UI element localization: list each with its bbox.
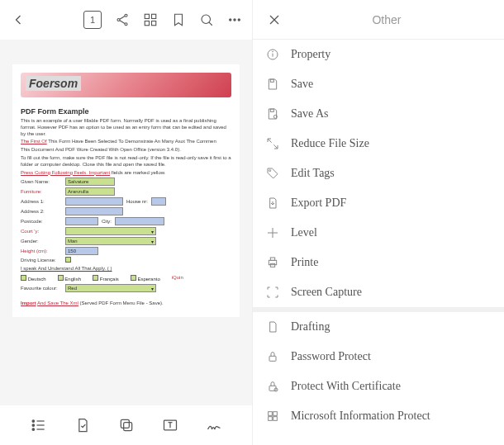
banner-title: Foersom [26, 76, 81, 91]
address1-label: Address 1: [21, 199, 62, 204]
menu-screen-capture[interactable]: Screen Capture [253, 277, 504, 307]
compress-icon [266, 137, 279, 150]
share-icon[interactable] [115, 12, 130, 27]
svg-point-12 [234, 19, 235, 21]
doc-heading: PDF Form Example [21, 107, 231, 116]
menu-ms-protect[interactable]: Microsoft Information Protect [253, 401, 504, 431]
lock-icon [266, 350, 279, 363]
save-icon [266, 78, 279, 91]
svg-rect-46 [269, 417, 273, 421]
ms-grid-icon [266, 409, 279, 423]
grid-icon[interactable] [143, 12, 158, 27]
menu-level[interactable]: Level [253, 218, 504, 248]
textbox-icon[interactable] [162, 417, 178, 433]
svg-point-35 [269, 170, 271, 172]
copy-icon[interactable] [118, 417, 135, 433]
postcode-label: Postcode: [21, 219, 62, 224]
svg-rect-40 [270, 263, 274, 267]
svg-line-4 [120, 21, 125, 24]
menu-edit-tags[interactable]: Edit Tags [253, 159, 504, 188]
city-field[interactable] [115, 217, 164, 225]
doc-p5: Press Cutting Following Feels. Important… [21, 170, 231, 177]
menu-list: Property Save Save As Reduce File Size E… [253, 40, 504, 445]
menu-cert-protect[interactable]: Protect With Certificate [253, 372, 504, 401]
chk-esperanto[interactable] [131, 275, 136, 281]
svg-rect-6 [152, 14, 156, 18]
left-topbar: 1 [0, 0, 252, 40]
driving-checkbox[interactable] [65, 257, 71, 263]
tag-icon [266, 167, 279, 180]
svg-point-1 [117, 19, 120, 21]
save-as-icon [266, 107, 279, 121]
height-field[interactable]: 150 [65, 247, 98, 255]
menu-password-protect[interactable]: Password Protect [253, 342, 504, 372]
given-name-field[interactable]: Salvatore [65, 178, 115, 186]
doc-footer: Import And Save The Xml (Served PDF Form… [21, 301, 231, 307]
print-icon [266, 256, 279, 269]
address1-field[interactable] [65, 197, 123, 206]
signature-icon[interactable] [206, 417, 222, 433]
certificate-icon [266, 380, 279, 393]
svg-point-2 [125, 23, 127, 26]
svg-rect-45 [273, 412, 278, 416]
info-icon [266, 48, 279, 61]
doc-p2: The First Of This Form Have Been Selecte… [21, 139, 231, 145]
chk-deutsch[interactable] [21, 275, 26, 281]
svg-line-3 [120, 17, 125, 20]
file-check-icon[interactable] [74, 417, 91, 433]
draft-icon [266, 320, 279, 334]
export-icon [266, 196, 279, 210]
house-nr-field[interactable] [151, 197, 166, 206]
back-icon[interactable] [10, 12, 26, 28]
close-icon[interactable] [266, 12, 283, 28]
svg-line-33 [268, 139, 272, 143]
menu-print[interactable]: Printe [253, 248, 504, 277]
menu-reduce[interactable]: Reduce File Size [253, 129, 504, 159]
bookmark-icon[interactable] [171, 12, 186, 27]
svg-point-0 [125, 14, 127, 17]
more-icon[interactable] [227, 12, 242, 27]
document-viewport[interactable]: Foersom PDF Form Example This is an exam… [0, 40, 252, 405]
height-label: Height (cm): [21, 249, 62, 253]
menu-save-as[interactable]: Save As [253, 99, 504, 129]
gender-field[interactable]: Man [65, 237, 156, 245]
svg-rect-20 [123, 423, 131, 431]
country-field[interactable] [65, 227, 156, 235]
menu-property[interactable]: Property [253, 40, 504, 69]
capture-icon [266, 286, 279, 299]
right-panel-header: Other [253, 0, 504, 40]
given-name-label: Given Name: [21, 179, 62, 184]
menu-save[interactable]: Save [253, 69, 504, 99]
city-label: City: [102, 219, 112, 224]
svg-point-16 [32, 424, 35, 427]
svg-line-10 [209, 22, 212, 26]
level-icon [266, 226, 279, 239]
chk-english[interactable] [58, 275, 64, 281]
doc-p1: This is an example of a user fillable PD… [21, 118, 231, 137]
svg-rect-8 [152, 21, 156, 26]
svg-point-14 [32, 420, 35, 423]
menu-export[interactable]: Export PDF [253, 188, 504, 218]
speak-label: I speak And Understand All That Apply. (… [21, 266, 231, 272]
house-nr-label: House nr: [126, 199, 148, 204]
country-label: Court 'y: [21, 229, 62, 234]
fav-colour-field[interactable]: Red [65, 284, 156, 292]
family-name-field[interactable]: Aranzulla [65, 187, 115, 196]
fav-colour-label: Favourite colour: [21, 286, 62, 291]
postcode-field[interactable] [65, 217, 98, 225]
address2-field[interactable] [65, 207, 123, 215]
doc-p3: This Document And PDF Wore Created With … [21, 147, 231, 154]
svg-point-18 [32, 428, 35, 431]
menu-drafting[interactable]: Drafting [253, 312, 504, 342]
chk-francais[interactable] [93, 275, 98, 281]
svg-point-9 [202, 15, 211, 24]
svg-line-34 [273, 144, 278, 149]
family-name-label: Furniture: [21, 189, 62, 194]
page-number-badge[interactable]: 1 [83, 11, 102, 29]
gender-label: Gender: [21, 239, 62, 244]
svg-rect-47 [273, 417, 278, 421]
svg-rect-5 [145, 14, 149, 18]
list-icon[interactable] [31, 417, 47, 433]
svg-rect-44 [269, 412, 273, 416]
search-icon[interactable] [199, 12, 214, 27]
